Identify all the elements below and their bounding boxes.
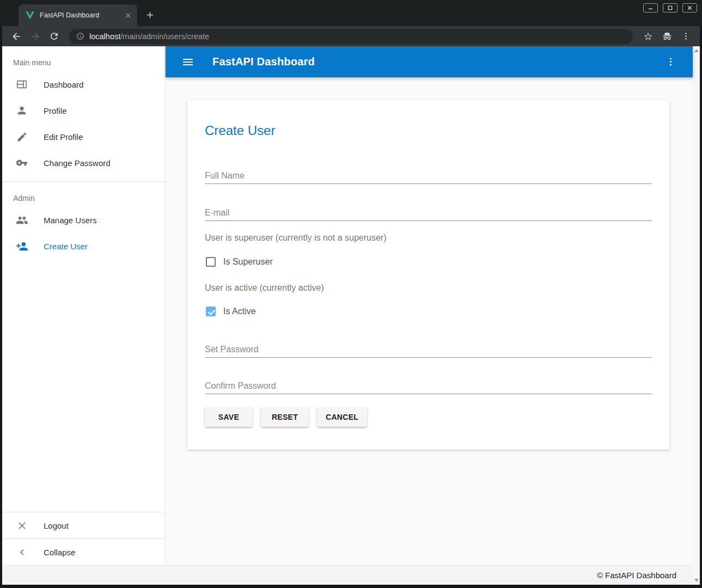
forward-icon[interactable] <box>27 28 44 45</box>
sidebar-spacer <box>2 259 165 512</box>
dashboard-icon <box>15 78 28 91</box>
reset-button[interactable]: RESET <box>261 407 309 427</box>
people-icon <box>15 213 28 226</box>
hamburger-icon[interactable] <box>179 53 197 71</box>
sidebar-item-logout[interactable]: Logout <box>2 512 165 538</box>
browser-menu-icon[interactable] <box>677 28 694 45</box>
person-icon <box>15 104 28 117</box>
sidebar-item-label: Profile <box>44 106 67 115</box>
url-path: /main/admin/users/create <box>120 32 209 41</box>
tab-close-icon[interactable] <box>123 10 133 20</box>
pencil-icon <box>15 130 28 143</box>
app-bar: FastAPI Dashboard <box>166 46 693 77</box>
sidebar-item-collapse[interactable]: Collapse <box>2 539 165 565</box>
is-active-checkbox[interactable]: Is Active <box>205 306 652 317</box>
cancel-button[interactable]: CANCEL <box>317 407 367 427</box>
active-hint: User is active (currently active) <box>205 283 652 293</box>
save-button[interactable]: SAVE <box>205 407 253 427</box>
sidebar-section-main-menu: Main menu <box>2 46 165 71</box>
url-host: localhost <box>89 32 120 41</box>
minimize-icon[interactable] <box>643 3 658 13</box>
sidebar: Main menu Dashboard Profile Edit Profile… <box>2 46 166 565</box>
tab-title: FastAPI Dashboard <box>40 11 123 19</box>
checkbox-label: Is Superuser <box>223 257 273 267</box>
superuser-hint: User is superuser (currently is not a su… <box>205 233 652 243</box>
back-icon[interactable] <box>8 28 25 45</box>
logout-x-icon <box>15 519 28 532</box>
browser-toolbar: localhost/main/admin/users/create <box>2 26 700 46</box>
page-title: Create User <box>205 123 652 138</box>
sidebar-item-label: Create User <box>44 242 88 251</box>
chevron-left-icon <box>15 546 28 559</box>
scroll-down-icon[interactable] <box>694 579 699 582</box>
full-name-field[interactable] <box>205 168 652 184</box>
reload-icon[interactable] <box>46 28 63 45</box>
sidebar-item-edit-profile[interactable]: Edit Profile <box>2 124 165 150</box>
sidebar-item-create-user[interactable]: Create User <box>2 233 165 259</box>
sidebar-item-label: Edit Profile <box>44 132 83 142</box>
sidebar-item-label: Collapse <box>44 548 75 557</box>
incognito-icon[interactable] <box>658 28 675 45</box>
star-icon[interactable] <box>639 28 656 45</box>
sidebar-item-profile[interactable]: Profile <box>2 97 165 124</box>
person-add-icon <box>15 240 28 253</box>
scroll-up-icon[interactable] <box>694 49 699 52</box>
checkbox-unchecked-icon[interactable] <box>206 257 216 267</box>
appbar-menu-icon[interactable] <box>662 53 679 71</box>
form-actions: SAVE RESET CANCEL <box>205 407 652 427</box>
window-close-icon[interactable] <box>682 3 697 13</box>
sidebar-item-change-password[interactable]: Change Password <box>2 150 165 176</box>
sidebar-item-label: Logout <box>44 521 69 530</box>
is-superuser-checkbox[interactable]: Is Superuser <box>205 256 652 267</box>
sidebar-section-admin: Admin <box>2 182 165 207</box>
main-area: FastAPI Dashboard Create User User is su… <box>166 46 693 565</box>
create-user-card: Create User User is superuser (currently… <box>187 100 669 450</box>
checkbox-checked-icon[interactable] <box>206 307 216 316</box>
email-field[interactable] <box>205 205 652 221</box>
new-tab-icon[interactable] <box>142 7 157 22</box>
page-viewport: Main menu Dashboard Profile Edit Profile… <box>2 46 700 585</box>
browser-titlebar: FastAPI Dashboard <box>0 0 702 26</box>
checkbox-label: Is Active <box>223 307 256 316</box>
info-icon[interactable] <box>76 32 84 40</box>
copyright-text: © FastAPI Dashboard <box>597 571 676 580</box>
confirm-password-field[interactable] <box>205 378 652 394</box>
sidebar-item-label: Manage Users <box>44 216 97 225</box>
vertical-scrollbar[interactable] <box>693 46 700 585</box>
sidebar-item-dashboard[interactable]: Dashboard <box>2 71 165 97</box>
page-footer: © FastAPI Dashboard <box>2 565 693 585</box>
sidebar-item-label: Change Password <box>44 158 111 168</box>
sidebar-item-label: Dashboard <box>44 80 83 89</box>
set-password-field[interactable] <box>205 341 652 358</box>
sidebar-item-manage-users[interactable]: Manage Users <box>2 207 165 233</box>
app-title: FastAPI Dashboard <box>212 56 315 68</box>
vue-logo-icon <box>26 11 34 20</box>
url-text: localhost/main/admin/users/create <box>89 32 209 41</box>
window-controls <box>643 3 697 13</box>
key-icon <box>15 156 28 169</box>
address-bar[interactable]: localhost/main/admin/users/create <box>69 29 633 44</box>
maximize-icon[interactable] <box>663 3 677 13</box>
browser-tab[interactable]: FastAPI Dashboard <box>19 4 137 26</box>
